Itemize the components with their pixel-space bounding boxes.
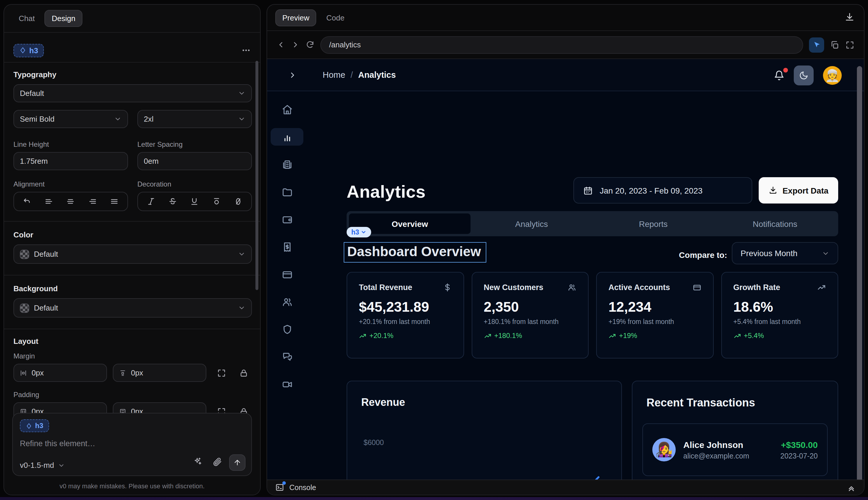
sparkles-icon[interactable] — [193, 457, 202, 466]
nav-files[interactable] — [271, 183, 303, 201]
tab-chat[interactable]: Chat — [12, 11, 41, 26]
export-data-button[interactable]: Export Data — [759, 177, 838, 204]
decoration-label: Decoration — [137, 180, 171, 188]
lock-icon[interactable] — [239, 368, 248, 378]
compare-select[interactable]: Previous Month — [732, 242, 838, 264]
tab-preview[interactable]: Preview — [275, 9, 316, 26]
panel-tabs: Chat Design — [4, 5, 260, 33]
no-decoration-icon[interactable] — [234, 197, 243, 206]
italic-icon[interactable] — [147, 197, 155, 206]
dashboard-tabbar: Overview Analytics Reports Notifications — [347, 211, 838, 236]
receipt-icon — [281, 241, 292, 252]
users-icon — [281, 296, 292, 307]
users-icon — [568, 283, 576, 292]
undo-icon[interactable] — [23, 197, 32, 206]
nav-video[interactable] — [271, 375, 303, 393]
send-button[interactable] — [229, 454, 245, 471]
preview-scrollbar[interactable] — [857, 66, 862, 488]
disclaimer-text: v0 may make mistakes. Please use with di… — [4, 482, 260, 489]
margin-label: Margin — [13, 352, 35, 360]
align-justify-icon[interactable] — [110, 197, 119, 206]
nav-invoices[interactable] — [271, 156, 303, 173]
nav-messages[interactable] — [271, 348, 303, 365]
stat-card-total-revenue: Total Revenue $45,231.89 +20.1% from las… — [347, 272, 464, 359]
align-left-icon[interactable] — [45, 197, 54, 206]
app-viewport: Home / Analytics 👳 — [267, 59, 864, 495]
user-avatar[interactable]: 👳 — [823, 66, 842, 84]
letter-spacing-label: Letter Spacing — [137, 140, 183, 149]
refine-element-badge[interactable]: h3 — [20, 419, 49, 432]
selected-heading-outline[interactable]: Dashboard Overview — [344, 242, 486, 263]
shield-icon — [281, 324, 292, 335]
nav-security[interactable] — [271, 320, 303, 338]
paperclip-icon[interactable] — [212, 457, 222, 467]
tab-code[interactable]: Code — [320, 10, 351, 25]
expand-icon[interactable] — [217, 368, 226, 378]
color-select[interactable]: Default — [13, 245, 252, 264]
font-weight-select[interactable]: Semi Bold — [13, 110, 128, 128]
date-range-button[interactable]: Jan 20, 2023 - Feb 09, 2023 — [574, 177, 752, 204]
trending-up-icon — [733, 332, 741, 340]
stat-card-new-customers: New Customers 2,350 +180.1% from last mo… — [471, 272, 589, 359]
underline-icon[interactable] — [190, 197, 199, 206]
bar-chart-icon — [281, 131, 292, 143]
download-icon[interactable] — [845, 12, 855, 22]
dark-mode-toggle[interactable] — [794, 65, 814, 85]
inspect-pointer-button[interactable] — [809, 37, 824, 52]
diamond-icon — [26, 422, 32, 429]
element-badge[interactable]: h3 — [13, 44, 44, 57]
font-family-select[interactable]: Default — [13, 84, 252, 102]
diamond-icon — [19, 47, 26, 54]
alignment-group — [13, 192, 128, 211]
model-select[interactable]: v0-1.5-md — [20, 461, 65, 469]
notifications-button[interactable] — [774, 70, 784, 80]
browser-bar — [267, 31, 864, 59]
refresh-icon[interactable] — [306, 41, 314, 49]
sidebar-toggle-icon[interactable] — [288, 70, 297, 79]
more-menu-icon[interactable] — [241, 46, 251, 55]
chevrons-up-icon[interactable] — [847, 483, 856, 492]
background-swatch — [20, 303, 29, 312]
selected-element-tag[interactable]: h3 — [347, 227, 371, 237]
nav-cards[interactable] — [271, 265, 303, 283]
tab-analytics[interactable]: Analytics — [471, 214, 593, 234]
breadcrumb-separator: / — [350, 70, 353, 80]
strikethrough-icon[interactable] — [169, 197, 177, 206]
letter-spacing-input[interactable] — [137, 152, 252, 170]
margin-y-input[interactable] — [113, 364, 206, 382]
console-bar[interactable]: Console — [267, 479, 864, 495]
page-title: Analytics — [347, 182, 426, 202]
nav-home[interactable] — [271, 101, 303, 118]
align-center-icon[interactable] — [66, 197, 75, 206]
console-activity-dot — [282, 481, 286, 485]
background-select[interactable]: Default — [13, 298, 252, 318]
typography-section-label: Typography — [13, 70, 56, 79]
refine-input[interactable] — [20, 439, 244, 453]
font-size-select[interactable]: 2xl — [137, 110, 252, 128]
chevron-down-icon — [58, 462, 65, 469]
copy-icon[interactable] — [830, 40, 840, 49]
url-input[interactable] — [329, 41, 794, 49]
align-right-icon[interactable] — [88, 197, 97, 206]
left-panel-scrollbar[interactable] — [255, 61, 258, 290]
forward-icon[interactable] — [291, 41, 300, 49]
transactions-title: Recent Transactions — [647, 397, 755, 409]
nav-receipts[interactable] — [271, 238, 303, 255]
overline-icon[interactable] — [212, 197, 221, 206]
nav-analytics[interactable] — [271, 128, 303, 146]
printer-icon — [281, 159, 292, 170]
tab-notifications[interactable]: Notifications — [714, 214, 836, 234]
fullscreen-icon[interactable] — [845, 40, 855, 49]
transaction-row[interactable]: 👩‍🎤 Alice Johnson alice@example.com +$35… — [643, 423, 828, 476]
line-height-input[interactable] — [13, 152, 128, 170]
credit-card-icon — [281, 269, 292, 280]
nav-users[interactable] — [271, 293, 303, 310]
margin-x-input[interactable] — [13, 364, 107, 382]
tab-design[interactable]: Design — [45, 10, 82, 27]
back-icon[interactable] — [277, 41, 285, 49]
breadcrumb-home[interactable]: Home — [323, 70, 345, 80]
margin-vertical-icon — [119, 369, 126, 377]
url-bar[interactable] — [320, 36, 803, 54]
tab-reports[interactable]: Reports — [592, 214, 714, 234]
nav-wallet[interactable] — [271, 211, 303, 228]
